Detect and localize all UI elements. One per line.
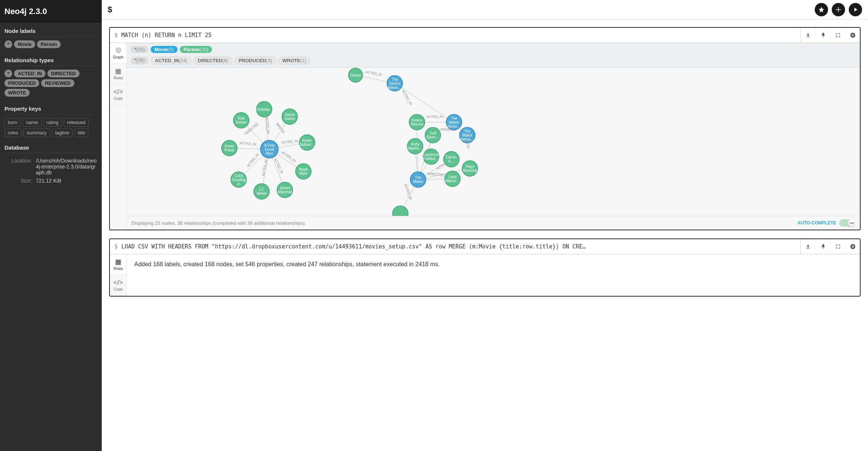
table-icon: ▦ [115, 258, 121, 265]
code-icon: </> [113, 279, 123, 286]
query-input[interactable] [116, 6, 815, 13]
meta-pill-person[interactable]: Person(20) [180, 46, 212, 53]
close-button[interactable] [845, 239, 860, 254]
meta-pill-produced[interactable]: PRODUCED(3) [235, 57, 276, 64]
play-button[interactable] [849, 3, 862, 16]
download-icon [805, 32, 811, 38]
graph-node[interactable]: Hugo Weaving [462, 160, 478, 177]
rel-type-actedin[interactable]: ACTED_IN [14, 70, 46, 77]
db-location-value: /Users/mh/Downloads/neo4j-enterprise-2.3… [36, 158, 97, 176]
meta-pill-*[interactable]: *(36) [131, 57, 148, 64]
close-button[interactable] [845, 28, 860, 43]
expand-button[interactable] [830, 28, 845, 43]
download-button[interactable] [801, 28, 815, 43]
graph-node[interactable]: Cuba Gooding Jr. [231, 171, 247, 188]
graph-node[interactable]: Noah Wyle [295, 163, 312, 180]
db-location-label: Location: [4, 158, 36, 176]
edge-label: ACTED_IN [427, 115, 443, 118]
graph-node[interactable]: Lana Wacho… [444, 171, 461, 187]
node-label-all[interactable]: * [4, 40, 12, 48]
prop-key-roles[interactable]: roles [4, 128, 21, 137]
plus-icon [835, 6, 842, 13]
rel-type-produced[interactable]: PRODUCED [4, 79, 39, 87]
status-text: Displaying 25 nodes, 36 relationships (c… [131, 220, 306, 226]
graph-canvas[interactable]: A Few Good MenRob ReinerChristop…Aaron S… [127, 68, 860, 216]
rel-types-heading: Relationship types [4, 57, 97, 66]
prop-key-rating[interactable]: rating [43, 118, 62, 127]
statusbar: Displaying 25 nodes, 36 relationships (c… [127, 216, 860, 230]
database-section: Database Location: /Users/mh/Downloads/n… [0, 141, 102, 189]
graph-node[interactable]: Theron [348, 68, 363, 83]
autocomplete-toggle[interactable]: ON [839, 219, 855, 227]
view-tab-code[interactable]: </> Code [110, 275, 127, 296]
meta-pill-*[interactable]: *(25) [131, 46, 148, 53]
prop-key-born[interactable]: born [4, 118, 21, 127]
favorite-button[interactable] [815, 3, 828, 16]
metabar: *(25)Movie(5)Person(20)*(36)ACTED_IN(24)… [127, 43, 860, 68]
meta-pill-acted_in[interactable]: ACTED_IN(24) [151, 57, 191, 64]
prop-key-tagline[interactable]: tagline [52, 128, 73, 137]
graph-node[interactable]: The Devil's Advoc… [387, 75, 403, 91]
result-text: Added 168 labels, created 168 nodes, set… [127, 254, 860, 274]
graph-node[interactable]: The Matrix [410, 171, 426, 188]
prop-key-summary[interactable]: summary [23, 128, 50, 137]
graph-node[interactable]: Keanu Reeves [409, 114, 425, 130]
meta-pill-movie[interactable]: Movie(5) [151, 46, 178, 53]
graph-node[interactable]: Joel Silver… [425, 127, 441, 143]
frame-query[interactable]: $ LOAD CSV WITH HEADERS FROM "https://dl… [110, 240, 800, 254]
graph-node[interactable]: A Few Good Men [260, 140, 279, 158]
pin-icon [820, 244, 826, 250]
graph-node[interactable]: James Marshall [277, 182, 293, 198]
rel-type-directed[interactable]: DIRECTED [47, 70, 79, 77]
rel-type-all[interactable]: * [4, 70, 12, 77]
sidebar-header: Neo4j 2.3.0 [0, 0, 102, 23]
prop-keys-heading: Property keys [4, 106, 97, 114]
graph-node[interactable]: Aaron Sorkin [282, 108, 298, 125]
autocomplete-label: AUTO-COMPLETE [798, 220, 836, 226]
db-size-value: 721.12 KiB [36, 178, 97, 184]
app-title: Neo4j 2.3.0 [4, 7, 97, 16]
graph-node[interactable]: Rob Reiner [233, 112, 249, 128]
prop-key-name[interactable]: name [23, 118, 41, 127]
svg-line-18 [395, 83, 454, 122]
rel-type-wrote[interactable]: WROTE [4, 89, 30, 97]
graph-node[interactable]: J.T. Walsh [253, 183, 270, 200]
view-tab-rows[interactable]: ▦ Rows [110, 254, 127, 275]
expand-icon [835, 244, 841, 250]
sidebar: Neo4j 2.3.0 Node labels * Movie Person R… [0, 0, 102, 451]
edge-label: PRODU… [441, 128, 456, 131]
expand-icon [835, 32, 841, 38]
node-label-person[interactable]: Person [37, 40, 61, 48]
meta-pill-directed[interactable]: DIRECTED(8) [194, 57, 232, 64]
download-icon [805, 244, 811, 250]
graph-edges [127, 68, 860, 216]
node-labels-heading: Node labels [4, 28, 97, 37]
rel-type-reviewed[interactable]: REVIEWED [41, 79, 74, 87]
frame-query[interactable]: $ MATCH (n) RETURN n LIMIT 25 [110, 28, 800, 42]
node-label-movie[interactable]: Movie [14, 40, 35, 48]
node-labels-section: Node labels * Movie Person [0, 23, 102, 53]
frame-query-text: LOAD CSV WITH HEADERS FROM "https://dl.d… [121, 243, 586, 250]
graph-node[interactable]: Andy Wacho… [407, 138, 423, 154]
graph-node[interactable]: Laurence Fishbur… [423, 148, 439, 165]
prop-key-title[interactable]: title [74, 128, 88, 137]
add-button[interactable] [832, 3, 845, 16]
pin-icon [820, 32, 826, 38]
meta-pill-wrote[interactable]: WROTE(1) [278, 57, 310, 64]
topbar: $ [102, 0, 868, 20]
expand-button[interactable] [830, 239, 845, 254]
pin-button[interactable] [815, 239, 830, 254]
pin-button[interactable] [815, 28, 830, 43]
view-tab-code[interactable]: </> Code [110, 84, 127, 105]
view-tab-graph[interactable]: ⦾ Graph [110, 43, 127, 64]
prompt-icon: $ [114, 243, 118, 250]
graph-node[interactable]: Kevin Pollak [221, 140, 238, 156]
main: $ $ MATCH (n) RETURN n [102, 0, 868, 451]
download-button[interactable] [801, 239, 815, 254]
table-icon: ▦ [115, 68, 121, 74]
graph-node[interactable]: Christop… [256, 101, 272, 117]
graph-node[interactable]: Kiefer Sutherl… [299, 134, 315, 151]
result-frame: $ LOAD CSV WITH HEADERS FROM "https://dl… [109, 238, 861, 297]
prop-key-released[interactable]: released [64, 118, 89, 127]
view-tab-rows[interactable]: ▦ Rows [110, 64, 127, 84]
